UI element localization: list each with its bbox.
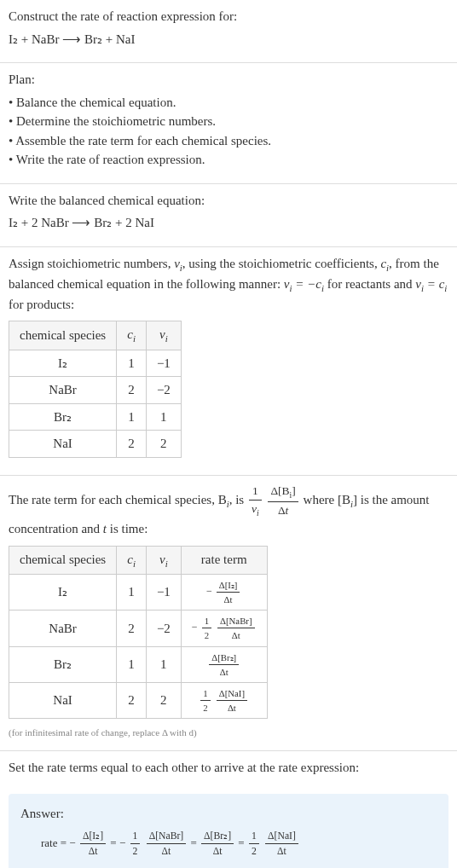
col-nui: νi [146,546,181,574]
stoich-table: chemical species ci νi I₂ 1 −1 NaBr 2 −2… [9,321,182,457]
text: , is [229,493,247,506]
rateterm-section: The rate term for each chemical species,… [0,476,457,751]
col-nui: νi [146,321,181,350]
cell-c: 1 [117,646,147,682]
cell-c: 1 [117,574,147,610]
infinitesimal-note: (for infinitesimal rate of change, repla… [9,726,448,740]
col-species: chemical species [9,321,117,350]
plan-heading: Plan: [9,70,448,90]
cell-nu: 1 [146,403,181,431]
rate-label: rate = [41,836,69,849]
plan-item: Determine the stoichiometric numbers. [9,112,448,131]
text: The rate term for each chemical species,… [9,493,227,506]
rate-expression: rate = − Δ[I₂]Δt = − 12 Δ[NaBr]Δt = Δ[Br… [41,829,437,859]
plan-list: Balance the chemical equation. Determine… [9,93,448,170]
cell-species: Br₂ [9,403,117,431]
cell-c: 1 [117,403,147,431]
col-rateterm: rate term [181,546,267,574]
text: is time: [107,522,148,535]
table-row: Br₂ 1 1 Δ[Br₂]Δt [9,646,268,682]
c-i-symbol: ci [380,257,389,270]
table-row: NaI 2 2 [9,431,182,458]
cell-species: NaBr [9,610,117,646]
frac: Δ[Br₂]Δt [201,829,234,859]
table-row: I₂ 1 −1 [9,350,182,377]
cell-species: Br₂ [9,646,117,682]
cell-rateterm: − Δ[I₂]Δt [181,574,267,610]
frac-one-over-nu: 1νi [249,483,262,520]
text: where [B [304,493,350,506]
table-row: I₂ 1 −1 − Δ[I₂]Δt [9,574,268,610]
table-row: NaBr 2 −2 [9,377,182,404]
answer-label: Answer: [20,804,437,824]
table-header-row: chemical species ci νi rate term [9,546,268,574]
plan-item: Assemble the rate term for each chemical… [9,131,448,151]
table-row: Br₂ 1 1 [9,403,182,431]
cell-species: NaI [9,431,117,458]
term: − [69,836,75,849]
cell-nu: −1 [146,350,181,377]
cell-species: I₂ [9,350,117,377]
cell-c: 2 [117,610,147,646]
cell-c: 2 [117,682,147,718]
balanced-section: Write the balanced chemical equation: I₂… [0,184,457,247]
cell-nu: 2 [146,431,181,458]
cell-c: 1 [117,350,147,377]
cell-nu: −2 [146,610,181,646]
cell-nu: 2 [146,682,181,718]
text: Assign stoichiometric numbers, [9,257,174,270]
text: for products: [9,298,74,311]
cell-rateterm: − 12 Δ[NaBr]Δt [181,610,267,646]
col-ci: ci [117,321,147,350]
text: , using the stoichiometric coefficients, [182,257,381,270]
answer-note: (assuming constant volume and no accumul… [41,865,437,868]
rateterm-heading: The rate term for each chemical species,… [9,483,448,539]
balanced-heading: Write the balanced chemical equation: [9,191,448,211]
frac: Δ[NaI]Δt [265,829,298,859]
cell-c: 2 [117,431,147,458]
cell-rateterm: 12 Δ[NaI]Δt [181,682,267,718]
cell-species: NaI [9,682,117,718]
rule-products: νi = ci [415,277,447,291]
plan-section: Plan: Balance the chemical equation. Det… [0,63,457,184]
cell-nu: 1 [146,646,181,682]
stoich-heading: Assign stoichiometric numbers, νi, using… [9,254,448,315]
stoich-section: Assign stoichiometric numbers, νi, using… [0,247,457,476]
cell-species: NaBr [9,377,117,404]
nu-i-symbol: νi [174,257,182,270]
table-header-row: chemical species ci νi [9,321,182,350]
frac-dBi-dt: Δ[Bi]Δt [268,483,298,520]
cell-c: 2 [117,377,147,404]
prefix: − [206,585,212,597]
final-section: Set the rate terms equal to each other t… [0,751,457,788]
frac-half: 12 [202,614,211,642]
prefix: − [192,622,198,634]
table-row: NaBr 2 −2 − 12 Δ[NaBr]Δt [9,610,268,646]
cell-nu: −2 [146,377,181,404]
balanced-equation: I₂ + 2 NaBr ⟶ Br₂ + 2 NaI [9,213,448,233]
frac: Δ[Br₂]Δt [209,651,239,679]
frac-half: 12 [200,686,210,715]
eq-sign: = [238,836,247,849]
table-row: NaI 2 2 12 Δ[NaI]Δt [9,682,268,718]
plan-item: Write the rate of reaction expression. [9,150,448,170]
frac: Δ[I₂]Δt [80,829,106,859]
intro-section: Construct the rate of reaction expressio… [0,0,457,63]
answer-box: Answer: rate = − Δ[I₂]Δt = − 12 Δ[NaBr]Δ… [9,794,448,868]
eq-sign: = − [110,836,125,849]
frac: Δ[NaBr]Δt [147,829,187,859]
frac: Δ[NaBr]Δt [217,614,255,642]
cell-species: I₂ [9,574,117,610]
frac-half: 12 [249,829,259,859]
final-heading: Set the rate terms equal to each other t… [9,758,448,778]
rule-reactants: νi = −ci [284,277,324,291]
intro-equation: I₂ + NaBr ⟶ Br₂ + NaI [9,30,448,49]
cell-nu: −1 [146,574,181,610]
frac: Δ[I₂]Δt [217,578,240,606]
col-species: chemical species [9,546,117,574]
rateterm-table: chemical species ci νi rate term I₂ 1 −1… [9,546,268,720]
intro-prompt: Construct the rate of reaction expressio… [9,7,448,26]
plan-item: Balance the chemical equation. [9,93,448,113]
frac: Δ[NaI]Δt [217,686,247,715]
eq-sign: = [191,836,200,849]
